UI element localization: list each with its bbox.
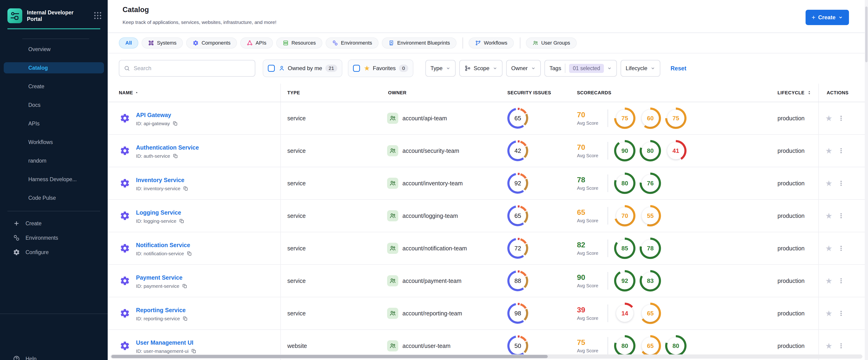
owner-dropdown[interactable]: Owner <box>506 60 541 77</box>
scorecard-ring[interactable]: 80 <box>665 335 686 357</box>
vertical-scrollbar[interactable] <box>865 0 868 360</box>
scorecard-ring[interactable]: 60 <box>640 108 661 129</box>
favorite-star-icon[interactable]: ★ <box>825 179 832 187</box>
sidebar-item-create[interactable]: Create <box>4 81 104 92</box>
type-dropdown[interactable]: Type <box>426 60 456 77</box>
kebab-menu-icon[interactable] <box>838 245 844 252</box>
scorecard-ring[interactable]: 90 <box>614 140 636 161</box>
security-issues-ring: 65 <box>507 205 528 226</box>
kebab-menu-icon[interactable] <box>838 309 844 317</box>
favorite-star-icon[interactable]: ★ <box>825 147 832 155</box>
scorecard-ring[interactable]: 92 <box>614 270 636 292</box>
favorite-star-icon[interactable]: ★ <box>825 309 832 317</box>
column-header-lifecycle[interactable]: Lifecycle <box>771 84 818 102</box>
sidebar-item-code-pulse[interactable]: Code Pulse <box>4 192 104 204</box>
tab-environment-blueprints[interactable]: Environment Blueprints <box>382 37 456 49</box>
scorecard-value: 75 <box>622 115 628 122</box>
scorecard-ring[interactable]: 75 <box>614 108 636 129</box>
create-button[interactable]: + Create <box>806 10 849 25</box>
copy-icon[interactable] <box>183 316 188 321</box>
favorites-filter[interactable]: ★ Favorites 0 <box>348 59 413 77</box>
tab-environments[interactable]: Environments <box>326 37 379 49</box>
sidebar-item-docs[interactable]: Docs <box>4 99 104 111</box>
scorecard-ring[interactable]: 70 <box>614 205 636 227</box>
owned-by-me-count: 21 <box>326 65 337 72</box>
sidebar-item-workflows[interactable]: Workflows <box>4 137 104 148</box>
security-issues-value: 50 <box>515 342 521 350</box>
tab-components[interactable]: Components <box>186 37 237 49</box>
owner-name: account/logging-team <box>402 212 458 219</box>
entity-name-link[interactable]: Payment Service <box>136 274 182 281</box>
sidebar-item-harness-develope-[interactable]: Harness Develope... <box>4 174 104 185</box>
copy-icon[interactable] <box>191 349 196 354</box>
entity-name-link[interactable]: Notification Service <box>136 242 190 248</box>
tab-resources[interactable]: Resources <box>276 37 322 49</box>
app-grid-icon[interactable] <box>94 12 101 19</box>
entity-name-link[interactable]: Reporting Service <box>136 307 186 313</box>
tab-systems[interactable]: Systems <box>142 37 183 49</box>
tab-apis[interactable]: APIs <box>240 37 273 49</box>
tab-user-groups[interactable]: User Groups <box>526 37 577 49</box>
favorite-star-icon[interactable]: ★ <box>825 277 832 285</box>
copy-icon[interactable] <box>179 218 184 224</box>
kebab-menu-icon[interactable] <box>838 115 844 122</box>
owned-by-me-checkbox[interactable] <box>268 65 275 72</box>
scorecard-ring[interactable]: 41 <box>665 140 686 161</box>
sidebar-item-random[interactable]: random <box>4 155 104 166</box>
sidebar-item-help[interactable]: Help <box>13 355 36 360</box>
favorite-star-icon[interactable]: ★ <box>825 244 832 252</box>
sidebar-item-apis[interactable]: APIs <box>4 118 104 129</box>
scorecard-value: 80 <box>622 342 628 350</box>
favorite-star-icon[interactable]: ★ <box>825 212 832 220</box>
column-header-name[interactable]: Name <box>108 84 281 102</box>
lifecycle-dropdown[interactable]: Lifecycle <box>621 60 660 77</box>
scorecard-ring[interactable]: 14 <box>614 303 636 324</box>
entity-name-link[interactable]: Authentication Service <box>136 144 199 151</box>
kebab-menu-icon[interactable] <box>838 277 844 284</box>
sidebar-item-catalog[interactable]: Catalog <box>4 62 104 73</box>
sidebar-item-configure[interactable]: Configure <box>4 247 104 258</box>
copy-icon[interactable] <box>173 121 178 126</box>
scope-dropdown[interactable]: Scope <box>459 60 502 77</box>
tags-dropdown[interactable]: Tags 01 selected <box>545 60 617 77</box>
avg-score-label: Avg Score <box>577 186 608 191</box>
owned-by-me-filter[interactable]: Owned by me 21 <box>263 59 342 77</box>
scorecard-ring[interactable]: 76 <box>640 173 661 194</box>
favorite-star-icon[interactable]: ★ <box>825 342 832 350</box>
scorecard-ring[interactable]: 65 <box>640 303 661 324</box>
tab-workflows[interactable]: Workflows <box>469 37 514 49</box>
favorite-star-icon[interactable]: ★ <box>825 114 832 122</box>
copy-icon[interactable] <box>173 153 178 159</box>
reset-filters-link[interactable]: Reset <box>671 65 686 72</box>
scorecard-ring[interactable]: 65 <box>640 335 661 357</box>
scorecard-ring[interactable]: 80 <box>614 173 636 194</box>
entity-name-link[interactable]: API Gateway <box>136 112 171 118</box>
scorecard-ring[interactable]: 78 <box>640 238 661 259</box>
kebab-menu-icon[interactable] <box>838 180 844 187</box>
horizontal-scrollbar-thumb[interactable] <box>112 355 548 358</box>
kebab-menu-icon[interactable] <box>838 342 844 350</box>
kebab-menu-icon[interactable] <box>838 147 844 154</box>
kebab-menu-icon[interactable] <box>838 212 844 219</box>
entity-name-link[interactable]: Inventory Service <box>136 177 184 183</box>
copy-icon[interactable] <box>182 283 187 289</box>
kind-tabs: AllSystemsComponentsAPIsResourcesEnviron… <box>108 33 868 53</box>
search-input[interactable] <box>134 65 250 71</box>
sidebar-item-create[interactable]: Create <box>4 218 104 229</box>
scorecard-ring[interactable]: 80 <box>640 140 661 161</box>
scorecard-ring[interactable]: 55 <box>640 205 661 227</box>
scorecard-ring[interactable]: 85 <box>614 238 636 259</box>
favorites-checkbox[interactable] <box>353 65 360 72</box>
scorecard-ring[interactable]: 83 <box>640 270 661 292</box>
sidebar-item-overview[interactable]: Overview <box>4 44 104 55</box>
scorecard-ring[interactable]: 80 <box>614 335 636 357</box>
scorecard-rings: 8076 <box>614 173 661 194</box>
copy-icon[interactable] <box>187 251 192 256</box>
entity-name-link[interactable]: User Management UI <box>136 339 193 346</box>
horizontal-scrollbar[interactable] <box>111 354 862 359</box>
copy-icon[interactable] <box>183 186 188 191</box>
scorecard-ring[interactable]: 75 <box>665 108 686 129</box>
entity-name-link[interactable]: Logging Service <box>136 209 181 216</box>
tab-all[interactable]: All <box>119 37 138 49</box>
sidebar-item-environments[interactable]: Environments <box>4 232 104 243</box>
